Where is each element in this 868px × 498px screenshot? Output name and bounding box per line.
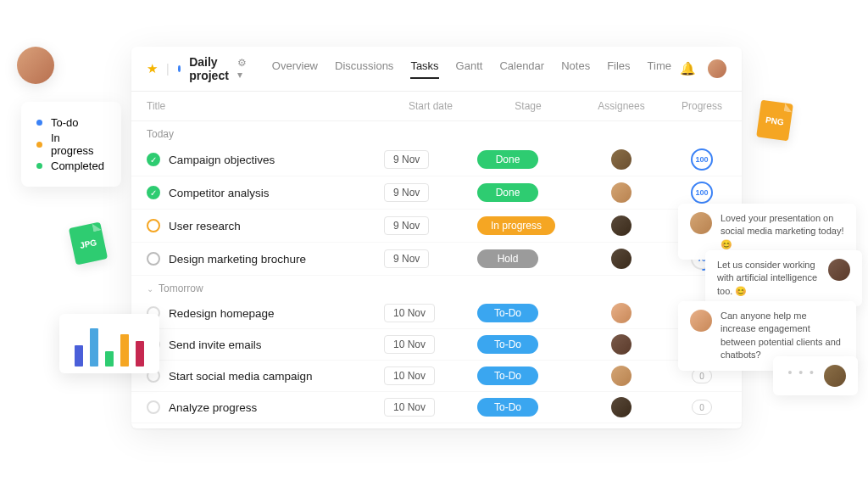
column-headers: Title Start date Stage Assignees Progres…: [131, 92, 742, 121]
col-date: Start date: [384, 100, 477, 112]
task-title-text: User research: [169, 220, 241, 232]
assignee-avatar[interactable]: [611, 397, 632, 417]
date-chip[interactable]: 9 Nov: [384, 216, 429, 235]
table-row[interactable]: Redesign homepage 10 Nov To-Do 0: [131, 298, 742, 329]
legend-item: To-do: [36, 116, 106, 129]
col-assignees: Assignees: [579, 100, 664, 112]
comment-text: Let us consider working with artificial …: [717, 259, 820, 298]
table-row[interactable]: ✓ Campaign objectives 9 Nov Done 100: [131, 143, 742, 176]
stage-pill[interactable]: Done: [477, 183, 538, 202]
col-title: Title: [147, 100, 384, 112]
legend-dot-progress: [36, 142, 42, 148]
tab-time[interactable]: Time: [648, 59, 671, 79]
progress-ring: 100: [691, 148, 713, 171]
task-title-text: Competitor analysis: [169, 187, 270, 199]
stage-pill[interactable]: In progress: [477, 216, 555, 235]
date-chip[interactable]: 10 Nov: [384, 304, 435, 322]
stage-pill[interactable]: Hold: [477, 249, 538, 268]
tab-overview[interactable]: Overview: [272, 59, 318, 79]
project-title[interactable]: Daily project: [189, 55, 229, 82]
date-chip[interactable]: 9 Nov: [384, 249, 429, 268]
assignee-avatar[interactable]: [611, 334, 632, 355]
star-icon[interactable]: ★: [147, 61, 158, 76]
stage-pill[interactable]: To-Do: [477, 304, 538, 322]
progress-zero: 0: [692, 400, 712, 415]
task-title-text: Analyze progress: [169, 401, 257, 414]
legend-label: To-do: [51, 116, 79, 129]
chart-bar: [120, 334, 129, 367]
chart-bar: [90, 328, 98, 367]
chart-bar: [105, 351, 114, 367]
group-label-today[interactable]: Today: [131, 121, 742, 143]
status-icon[interactable]: [147, 252, 160, 266]
assignee-avatar[interactable]: [611, 215, 632, 236]
comment-avatar: [828, 259, 850, 281]
tab-notes[interactable]: Notes: [561, 59, 590, 79]
group-label-text: Today: [147, 128, 174, 140]
tab-tasks[interactable]: Tasks: [410, 59, 438, 79]
assignee-avatar[interactable]: [611, 366, 632, 386]
stage-pill[interactable]: Done: [477, 150, 538, 169]
date-chip[interactable]: 9 Nov: [384, 150, 429, 169]
legend-dot-done: [36, 163, 42, 169]
table-row[interactable]: User research 9 Nov In progress 80: [131, 210, 742, 243]
current-user-avatar[interactable]: [708, 59, 726, 78]
date-chip[interactable]: 9 Nov: [384, 183, 429, 202]
app-header: ★ | Daily project ⚙ ▾ Overview Discussio…: [131, 47, 742, 92]
bell-icon[interactable]: 🔔: [680, 61, 696, 76]
avatar: [17, 47, 54, 84]
png-file-icon: PNG: [756, 100, 793, 142]
table-row[interactable]: Analyze progress 10 Nov To-Do 0: [131, 392, 742, 423]
col-progress: Progress: [664, 100, 740, 112]
stage-pill[interactable]: To-Do: [477, 398, 538, 417]
task-title-text: Send invite emails: [169, 339, 262, 351]
group-label-text: Tomorrow: [159, 283, 203, 294]
check-icon[interactable]: ✓: [147, 186, 160, 199]
table-row[interactable]: ✓ Competitor analysis 9 Nov Done 100: [131, 176, 742, 210]
table-row[interactable]: Send invite emails 10 Nov To-Do 0: [131, 329, 742, 361]
legend-dot-todo: [36, 120, 42, 126]
assignee-avatar[interactable]: [611, 303, 632, 323]
group-label-tomorrow[interactable]: ⌄ Tomorrow: [131, 276, 742, 298]
progress-ring: 100: [691, 182, 713, 204]
legend-card: To-do In progress Completed: [21, 102, 121, 187]
tab-calendar[interactable]: Calendar: [499, 59, 544, 79]
col-stage: Stage: [477, 100, 579, 112]
comment-text: Can anyone help me increase engagement b…: [721, 310, 844, 362]
check-icon[interactable]: ✓: [147, 153, 160, 166]
chart-bar: [75, 345, 83, 367]
task-title-text: Campaign objectives: [169, 154, 275, 166]
tabs: Overview Discussions Tasks Gantt Calenda…: [272, 59, 671, 79]
tab-discussions[interactable]: Discussions: [335, 59, 393, 79]
stage-pill[interactable]: To-Do: [477, 335, 538, 354]
app-window: ★ | Daily project ⚙ ▾ Overview Discussio…: [131, 47, 742, 428]
date-chip[interactable]: 10 Nov: [384, 398, 435, 417]
tab-files[interactable]: Files: [607, 59, 630, 79]
gear-icon[interactable]: ⚙ ▾: [237, 57, 247, 81]
legend-item: In progress: [36, 131, 106, 157]
date-chip[interactable]: 10 Nov: [384, 367, 435, 385]
assignee-avatar[interactable]: [611, 249, 632, 269]
tab-gantt[interactable]: Gantt: [456, 59, 483, 79]
assignee-avatar[interactable]: [611, 182, 632, 203]
project-color-dot: [178, 65, 181, 72]
legend-label: Completed: [51, 159, 104, 172]
task-title-text: Design marketing brochure: [169, 253, 306, 266]
assignee-avatar[interactable]: [611, 149, 632, 170]
typing-dots-icon: • • •: [788, 365, 815, 382]
task-title-text: Start social media campaign: [169, 370, 313, 383]
status-icon[interactable]: [147, 400, 160, 414]
comment-avatar: [690, 212, 712, 234]
comment-bubble: Let us consider working with artificial …: [705, 250, 862, 306]
status-icon[interactable]: [147, 219, 160, 232]
chart-card: [59, 314, 159, 373]
comment-bubble: • • •: [773, 356, 858, 395]
date-chip[interactable]: 10 Nov: [384, 335, 435, 354]
stage-pill[interactable]: To-Do: [477, 367, 538, 385]
table-row[interactable]: Design marketing brochure 9 Nov Hold 70: [131, 243, 742, 276]
comment-avatar: [690, 310, 712, 332]
jpg-file-icon: JPG: [69, 222, 108, 266]
divider: |: [166, 62, 170, 76]
table-row[interactable]: Start social media campaign 10 Nov To-Do…: [131, 361, 742, 392]
legend-item: Completed: [36, 159, 106, 172]
